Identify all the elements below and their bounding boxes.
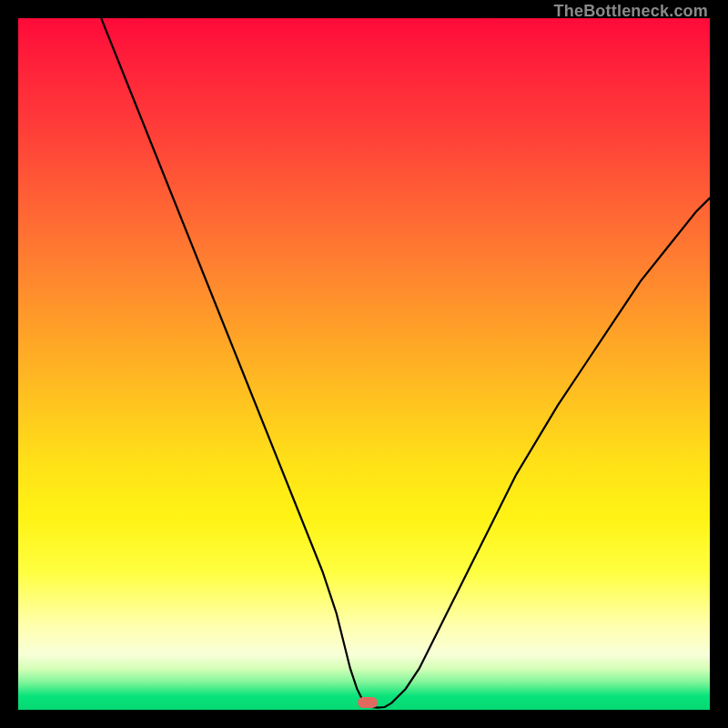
watermark-label: TheBottleneck.com [554, 2, 708, 21]
curve-layer [18, 18, 710, 710]
chart-root: TheBottleneck.com [0, 0, 728, 728]
optimum-marker [358, 697, 378, 708]
bottleneck-curve [101, 18, 710, 708]
plot-area [18, 18, 710, 710]
